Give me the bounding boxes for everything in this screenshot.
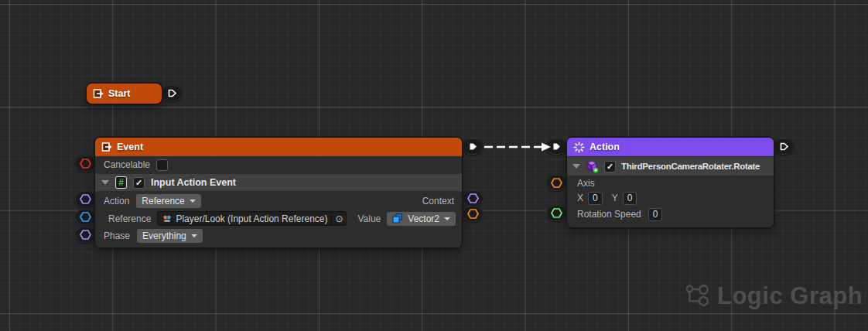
input-action-event-checkbox[interactable]: ✓ xyxy=(133,177,145,189)
reference-object-value: Player/Look (Input Action Reference) xyxy=(176,213,327,224)
event-flow-output-port[interactable] xyxy=(463,138,484,155)
chevron-down-icon xyxy=(191,234,197,237)
axis-row: Axis xyxy=(567,176,774,190)
port-axis-input[interactable] xyxy=(546,175,567,191)
action-node-header[interactable]: Action xyxy=(567,138,774,156)
cancelable-checkbox[interactable] xyxy=(156,159,168,171)
x-label: X xyxy=(577,193,583,203)
action-flow-output-port[interactable] xyxy=(774,138,795,155)
hexagon-port-icon xyxy=(80,159,91,169)
chevron-down-icon xyxy=(444,217,450,220)
action-node-body: ✓ ThirdPersonCameraRotater.Rotate Axis X… xyxy=(567,156,774,227)
chevron-down-icon xyxy=(190,200,196,203)
input-action-reference-icon xyxy=(162,214,172,224)
hexagon-port-icon xyxy=(467,193,479,203)
reference-label: Reference xyxy=(108,213,151,224)
connection-event-to-action[interactable] xyxy=(484,143,551,152)
cancelable-row: Cancelable xyxy=(95,156,462,173)
object-picker-icon[interactable]: ⊙ xyxy=(331,212,346,225)
collapse-triangle-icon[interactable] xyxy=(101,180,109,185)
watermark-text: Logic Graph xyxy=(717,282,863,310)
flow-port-icon xyxy=(778,141,790,152)
graph-canvas[interactable]: Start xyxy=(0,0,868,331)
event-node: Event Cancelable # ✓ Input Action Event … xyxy=(95,138,462,247)
hexagon-port-icon xyxy=(467,209,479,219)
component-method-title: ThirdPersonCameraRotater.Rotate xyxy=(621,162,760,171)
context-label: Context xyxy=(422,196,454,206)
input-action-event-row: # ✓ Input Action Event xyxy=(95,173,462,192)
axis-label: Axis xyxy=(577,178,595,189)
phase-label: Phase xyxy=(104,230,130,241)
value-label: Value xyxy=(357,213,381,224)
reference-object-field[interactable]: Player/Look (Input Action Reference) ⊙ xyxy=(157,211,347,226)
start-flow-output-port[interactable] xyxy=(162,85,183,101)
component-enabled-checkbox[interactable]: ✓ xyxy=(604,161,616,172)
logic-graph-logo-icon xyxy=(682,282,713,310)
action-dropdown[interactable]: Reference xyxy=(136,194,200,208)
reference-row: Reference Player/Look (Input Action Refe… xyxy=(95,210,462,227)
start-node[interactable]: Start xyxy=(87,84,162,104)
script-cube-icon xyxy=(586,160,599,173)
start-node-title: Start xyxy=(108,88,130,99)
cancelable-label: Cancelable xyxy=(104,159,150,170)
axis-xy-row: X 0 Y 0 xyxy=(567,190,774,206)
hexagon-port-icon xyxy=(80,194,91,204)
action-label: Action xyxy=(104,196,129,206)
event-node-body: Cancelable # ✓ Input Action Event Action… xyxy=(95,156,462,247)
event-node-title: Event xyxy=(117,142,143,152)
port-phase-input[interactable] xyxy=(75,227,96,243)
port-context-output[interactable] xyxy=(463,190,484,206)
event-box-icon xyxy=(101,142,112,152)
hexagon-port-icon xyxy=(551,208,562,218)
input-action-event-title: Input Action Event xyxy=(151,177,236,188)
port-reference-input[interactable] xyxy=(75,209,96,225)
hexagon-port-icon xyxy=(551,178,562,188)
collapse-triangle-icon[interactable] xyxy=(572,164,580,169)
script-icon: # xyxy=(115,176,127,189)
port-action-input[interactable] xyxy=(75,191,96,207)
logic-graph-watermark: Logic Graph xyxy=(682,282,863,310)
sparkle-icon xyxy=(573,142,585,153)
phase-dropdown[interactable]: Everything xyxy=(137,229,203,243)
port-cancelable[interactable] xyxy=(75,155,96,172)
port-value-output[interactable] xyxy=(463,206,484,222)
action-row: Action Reference Context xyxy=(95,192,462,210)
rotation-speed-row: Rotation Speed 0 xyxy=(567,206,774,227)
value-type-dropdown[interactable]: Vector2 xyxy=(387,212,456,226)
action-node: Action ✓ ThirdPersonCameraRotater.Rotate… xyxy=(567,138,774,227)
hexagon-port-icon xyxy=(80,230,91,240)
x-input[interactable]: 0 xyxy=(588,192,603,205)
flow-port-icon xyxy=(166,87,178,99)
flow-port-icon xyxy=(467,141,479,152)
rotation-speed-input[interactable]: 0 xyxy=(648,208,663,221)
action-flow-input-port[interactable] xyxy=(546,138,567,155)
phase-row: Phase Everything xyxy=(95,227,462,247)
vector2-icon xyxy=(392,213,403,224)
flow-port-icon xyxy=(551,141,562,152)
y-input[interactable]: 0 xyxy=(623,192,637,205)
component-row: ✓ ThirdPersonCameraRotater.Rotate xyxy=(567,156,774,176)
event-node-header[interactable]: Event xyxy=(95,138,462,156)
rotation-speed-label: Rotation Speed xyxy=(577,209,641,220)
port-rotation-speed-input[interactable] xyxy=(546,205,567,221)
y-label: Y xyxy=(612,193,618,203)
hexagon-port-icon xyxy=(80,212,91,222)
event-box-icon xyxy=(93,88,104,99)
action-node-title: Action xyxy=(589,142,620,152)
